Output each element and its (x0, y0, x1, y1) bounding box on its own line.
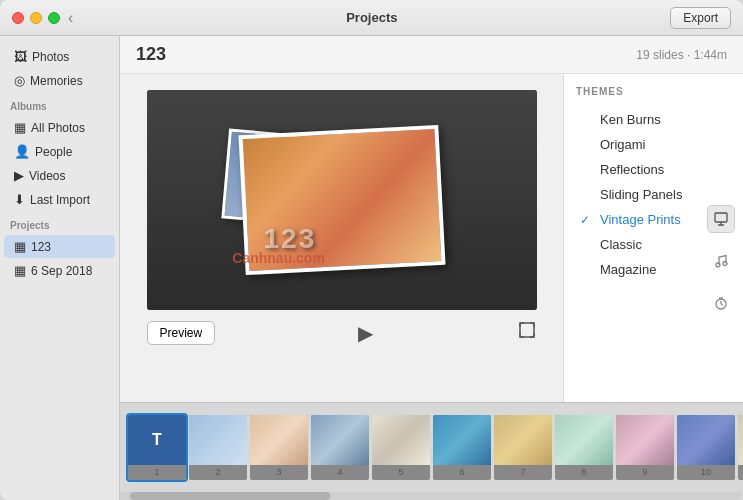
sidebar-item-people[interactable]: 👤 People (4, 140, 115, 163)
filmstrip-thumb-8[interactable]: 8 (555, 415, 613, 480)
svg-point-4 (716, 263, 720, 267)
sidebar: 🖼 Photos ◎ Memories Albums ▦ All Photos … (0, 36, 120, 500)
sidebar-item-last-import[interactable]: ⬇ Last Import (4, 188, 115, 211)
titlebar: ‹ Projects Export (0, 0, 743, 36)
sidebar-item-6sep2018[interactable]: ▦ 6 Sep 2018 (4, 259, 115, 282)
photos-icon: 🖼 (14, 49, 27, 64)
sidebar-item-123[interactable]: ▦ 123 (4, 235, 115, 258)
sidebar-label-memories: Memories (30, 74, 83, 88)
thumb-img-4 (311, 415, 369, 465)
thumb-t-icon: T (128, 415, 186, 465)
filmstrip-thumb-11[interactable]: 11 (738, 415, 743, 480)
app-window: ‹ Projects Export 🖼 Photos ◎ Memories Al… (0, 0, 743, 500)
svg-rect-1 (715, 213, 727, 222)
theme-item-origami[interactable]: Origami (576, 132, 731, 157)
filmstrip-thumb-2[interactable]: 2 (189, 415, 247, 480)
filmstrip: T 1 2 3 4 5 (120, 402, 743, 492)
thumb-num-10: 10 (701, 467, 711, 477)
thumb-img-9 (616, 415, 674, 465)
middle-panel: 123 Canhnau.com Preview ▶ (120, 74, 743, 402)
thumb-img-8 (555, 415, 613, 465)
theme-label-reflections: Reflections (600, 162, 664, 177)
videos-icon: ▶ (14, 168, 24, 183)
theme-label-classic: Classic (600, 237, 642, 252)
last-import-icon: ⬇ (14, 192, 25, 207)
theme-label-origami: Origami (600, 137, 646, 152)
thumb-img-5 (372, 415, 430, 465)
content-meta: 19 slides · 1:44m (636, 48, 727, 62)
panel-icons (707, 205, 735, 317)
scrollbar-track[interactable] (120, 492, 743, 500)
preview-button[interactable]: Preview (147, 321, 216, 345)
project-123-icon: ▦ (14, 239, 26, 254)
thumb-num-4: 4 (337, 467, 342, 477)
svg-rect-0 (520, 323, 534, 337)
thumb-img-6 (433, 415, 491, 465)
close-button[interactable] (12, 12, 24, 24)
content-header: 123 19 slides · 1:44m (120, 36, 743, 74)
thumb-img-10 (677, 415, 735, 465)
thumb-num-2: 2 (215, 467, 220, 477)
sidebar-item-all-photos[interactable]: ▦ All Photos (4, 116, 115, 139)
filmstrip-thumb-1[interactable]: T 1 (128, 415, 186, 480)
thumb-num-3: 3 (276, 467, 281, 477)
panel-icon-music[interactable] (707, 247, 735, 275)
sidebar-label-6sep: 6 Sep 2018 (31, 264, 92, 278)
theme-label-ken-burns: Ken Burns (600, 112, 661, 127)
minimize-button[interactable] (30, 12, 42, 24)
thumb-num-7: 7 (520, 467, 525, 477)
fullscreen-button[interactable] (517, 320, 537, 345)
filmstrip-thumb-3[interactable]: 3 (250, 415, 308, 480)
filmstrip-thumb-9[interactable]: 9 (616, 415, 674, 480)
filmstrip-thumb-7[interactable]: 7 (494, 415, 552, 480)
watermark-text: Canhnau.com (232, 250, 325, 266)
panel-icon-timer[interactable] (707, 289, 735, 317)
theme-label-vintage-prints: Vintage Prints (600, 212, 681, 227)
sidebar-label-photos: Photos (32, 50, 69, 64)
thumb-img-2 (189, 415, 247, 465)
people-icon: 👤 (14, 144, 30, 159)
traffic-lights (12, 12, 60, 24)
themes-title: THEMES (576, 86, 731, 97)
filmstrip-thumb-4[interactable]: 4 (311, 415, 369, 480)
filmstrip-thumb-10[interactable]: 10 (677, 415, 735, 480)
projects-header: Projects (0, 212, 119, 234)
filmstrip-thumb-5[interactable]: 5 (372, 415, 430, 480)
sidebar-item-photos[interactable]: 🖼 Photos (4, 45, 115, 68)
svg-line-8 (721, 304, 723, 305)
video-preview: 123 Canhnau.com (147, 90, 537, 310)
theme-label-magazine: Magazine (600, 262, 656, 277)
filmstrip-thumb-6[interactable]: 6 (433, 415, 491, 480)
albums-header: Albums (0, 93, 119, 115)
theme-label-sliding-panels: Sliding Panels (600, 187, 682, 202)
thumb-num-9: 9 (642, 467, 647, 477)
preview-area: 123 Canhnau.com Preview ▶ (120, 74, 563, 402)
maximize-button[interactable] (48, 12, 60, 24)
main-content: 🖼 Photos ◎ Memories Albums ▦ All Photos … (0, 36, 743, 500)
photo-collage: 123 Canhnau.com (147, 90, 537, 310)
play-button[interactable]: ▶ (358, 321, 373, 345)
thumb-img-11 (738, 415, 743, 465)
thumb-img-7 (494, 415, 552, 465)
content-area: 123 19 slides · 1:44m 123 Canhnau.com (120, 36, 743, 500)
themes-panel: THEMES Ken Burns Origami Reflections (563, 74, 743, 402)
preview-controls: Preview ▶ (147, 320, 537, 345)
svg-point-5 (723, 262, 727, 266)
project-6sep-icon: ▦ (14, 263, 26, 278)
thumb-num-8: 8 (581, 467, 586, 477)
theme-item-sliding-panels[interactable]: Sliding Panels (576, 182, 731, 207)
scrollbar-thumb[interactable] (130, 492, 330, 500)
thumb-num-1: 1 (154, 467, 159, 477)
content-title: 123 (136, 44, 166, 65)
export-button[interactable]: Export (670, 7, 731, 29)
sidebar-item-videos[interactable]: ▶ Videos (4, 164, 115, 187)
theme-item-ken-burns[interactable]: Ken Burns (576, 107, 731, 132)
memories-icon: ◎ (14, 73, 25, 88)
titlebar-title: Projects (73, 10, 670, 25)
vintage-prints-check: ✓ (580, 213, 596, 227)
sidebar-label-123: 123 (31, 240, 51, 254)
panel-icon-screen[interactable] (707, 205, 735, 233)
thumb-num-5: 5 (398, 467, 403, 477)
theme-item-reflections[interactable]: Reflections (576, 157, 731, 182)
sidebar-item-memories[interactable]: ◎ Memories (4, 69, 115, 92)
